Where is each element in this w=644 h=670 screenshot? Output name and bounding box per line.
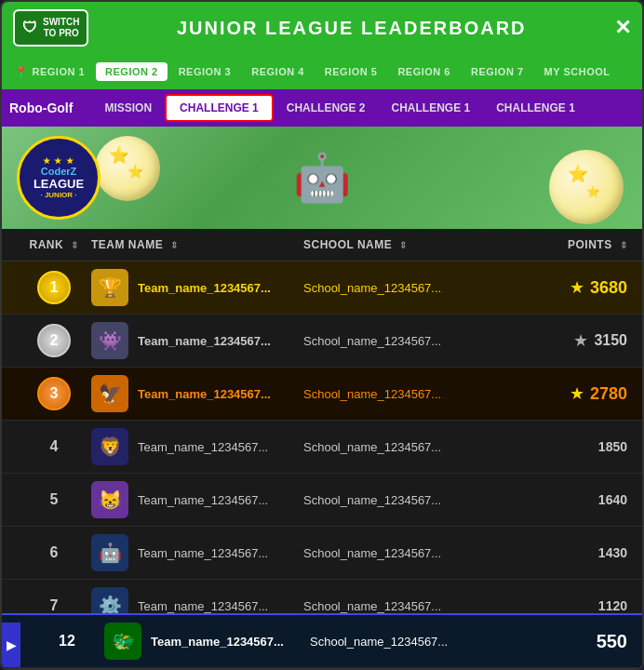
team-name: Team_name_1234567... bbox=[138, 334, 271, 348]
avatar: 🏆 bbox=[91, 269, 128, 306]
banner-ball-right: ⭐ ⭐ bbox=[549, 150, 624, 224]
team-cell: 👾 Team_name_1234567... bbox=[91, 322, 303, 359]
points-cell: 1430 bbox=[516, 545, 627, 560]
bronze-medal: 3 bbox=[37, 377, 71, 410]
close-button[interactable]: ✕ bbox=[614, 18, 631, 38]
avatar: 🦁 bbox=[91, 428, 128, 465]
table-body: 1 🏆 Team_name_1234567... School_name_123… bbox=[2, 261, 642, 613]
school-name: School_name_1234567... bbox=[303, 546, 441, 560]
points-cell: ★ 2780 bbox=[516, 383, 627, 404]
school-cell: School_name_1234567... bbox=[303, 332, 516, 349]
points-cell: ★ 3150 bbox=[516, 330, 627, 351]
my-team-name: Team_name_1234567... bbox=[151, 635, 284, 649]
tab-challenge1-b[interactable]: CHALLENGE 1 bbox=[378, 96, 483, 120]
region-tab-4[interactable]: REGION 4 bbox=[242, 62, 314, 81]
points-value: 3680 bbox=[590, 278, 627, 298]
region-tab-1[interactable]: 📍 REGION 1 bbox=[6, 62, 94, 82]
rank-number: 6 bbox=[50, 544, 59, 561]
tab-challenge1-active[interactable]: CHALLENGE 1 bbox=[165, 94, 274, 122]
logo-league: LEAGUE bbox=[34, 177, 84, 191]
my-school-cell: School_name_1234567... bbox=[310, 633, 516, 650]
points-value: 2780 bbox=[590, 384, 627, 404]
points-value: 1850 bbox=[598, 439, 627, 454]
school-name: School_name_1234567... bbox=[303, 387, 441, 401]
main-container: 🛡 SWITCH TO PRO JUNIOR LEAGUE LEADERBOAR… bbox=[0, 0, 644, 670]
avatar: 👾 bbox=[91, 322, 128, 359]
tab-challenge2[interactable]: CHALLENGE 2 bbox=[274, 96, 379, 120]
silver-medal: 2 bbox=[37, 324, 71, 357]
school-name: School_name_1234567... bbox=[303, 599, 441, 613]
rank-cell: 3 bbox=[17, 377, 91, 410]
team-cell: 🏆 Team_name_1234567... bbox=[91, 269, 303, 306]
team-name: Team_name_1234567... bbox=[138, 546, 268, 560]
points-value: 1640 bbox=[598, 492, 627, 507]
sort-icon-school: ⇕ bbox=[399, 240, 408, 250]
region-tab-myschool[interactable]: MY SCHOOL bbox=[535, 62, 620, 81]
th-school[interactable]: SCHOOL NAME ⇕ bbox=[303, 238, 516, 251]
team-name: Team_name_1234567... bbox=[138, 281, 271, 295]
table-row: 1 🏆 Team_name_1234567... School_name_123… bbox=[2, 261, 642, 315]
th-team[interactable]: TEAM NAME ⇕ bbox=[91, 238, 303, 251]
region-tab-2[interactable]: REGION 2 bbox=[96, 62, 168, 81]
th-points[interactable]: POINTS ⇕ bbox=[516, 238, 627, 251]
school-cell: School_name_1234567... bbox=[303, 597, 516, 613]
school-cell: School_name_1234567... bbox=[303, 491, 516, 508]
region-tab-5[interactable]: REGION 5 bbox=[315, 62, 387, 81]
banner-logo: ★ ★ ★ CoderZ LEAGUE · JUNIOR · bbox=[17, 136, 101, 220]
region-tab-3[interactable]: REGION 3 bbox=[169, 62, 241, 81]
team-name: Team_name_1234567... bbox=[138, 440, 268, 454]
page-title: JUNIOR LEAGUE LEADERBOARD bbox=[177, 18, 527, 39]
table-row: 7 ⚙️ Team_name_1234567... School_name_12… bbox=[2, 580, 642, 613]
points-value: 3150 bbox=[594, 332, 627, 349]
gold-medal: 1 bbox=[37, 271, 71, 304]
my-avatar: 🐲 bbox=[104, 623, 141, 660]
logo-codez: CoderZ bbox=[41, 166, 77, 177]
location-icon: 📍 bbox=[15, 66, 29, 78]
nav-arrow[interactable]: ▶ bbox=[2, 623, 20, 667]
banner: ⭐ ⭐ ★ ★ ★ CoderZ LEAGUE · JUNIOR · 🤖 ⭐ ⭐ bbox=[2, 127, 642, 229]
shield-icon: 🛡 bbox=[22, 19, 37, 36]
switch-to-pro-button[interactable]: 🛡 SWITCH TO PRO bbox=[13, 9, 88, 47]
rank-cell: 7 bbox=[17, 597, 91, 613]
medal-number: 1 bbox=[50, 279, 59, 296]
logo-junior: · JUNIOR · bbox=[40, 191, 76, 199]
table-header: RANK ⇕ TEAM NAME ⇕ SCHOOL NAME ⇕ POINTS … bbox=[2, 229, 642, 261]
my-school-name: School_name_1234567... bbox=[310, 635, 448, 649]
star-decor-4: ⭐ bbox=[586, 185, 600, 198]
team-cell: 🤖 Team_name_1234567... bbox=[91, 534, 303, 571]
rank-cell: 5 bbox=[17, 491, 91, 508]
game-title: Robo-Golf bbox=[9, 100, 84, 115]
region-tab-6[interactable]: REGION 6 bbox=[388, 62, 460, 81]
challenge-tabs: Robo-Golf MISSION CHALLENGE 1 CHALLENGE … bbox=[2, 89, 642, 127]
region-tab-7[interactable]: REGION 7 bbox=[462, 62, 533, 81]
sort-icon-points: ⇕ bbox=[620, 240, 628, 250]
team-name: Team_name_1234567... bbox=[138, 493, 268, 507]
banner-robot: 🤖 bbox=[293, 151, 351, 205]
table-row: 4 🦁 Team_name_1234567... School_name_123… bbox=[2, 421, 642, 474]
tab-mission[interactable]: MISSION bbox=[91, 96, 165, 120]
star-decor-3: ⭐ bbox=[568, 164, 588, 184]
rank-cell: 2 bbox=[17, 324, 91, 357]
rank-number: 5 bbox=[50, 491, 59, 508]
team-cell: 🦅 Team_name_1234567... bbox=[91, 375, 303, 412]
header: 🛡 SWITCH TO PRO JUNIOR LEAGUE LEADERBOAR… bbox=[2, 2, 642, 54]
school-cell: School_name_1234567... bbox=[303, 385, 516, 402]
sort-icon-team: ⇕ bbox=[170, 240, 179, 250]
th-rank[interactable]: RANK ⇕ bbox=[17, 238, 91, 251]
my-team-cell: 🐲 Team_name_1234567... bbox=[104, 623, 310, 660]
table-row: 2 👾 Team_name_1234567... School_name_123… bbox=[2, 315, 642, 368]
star-decor-2: ⭐ bbox=[127, 164, 143, 179]
table-row: 3 🦅 Team_name_1234567... School_name_123… bbox=[2, 368, 642, 421]
table-row: 6 🤖 Team_name_1234567... School_name_123… bbox=[2, 527, 642, 580]
medal-number: 2 bbox=[50, 332, 59, 349]
avatar: 🤖 bbox=[91, 534, 128, 571]
school-name: School_name_1234567... bbox=[303, 281, 441, 295]
tab-challenge1-c[interactable]: CHALLENGE 1 bbox=[483, 96, 588, 120]
team-cell: ⚙️ Team_name_1234567... bbox=[91, 587, 303, 613]
avatar: ⚙️ bbox=[91, 587, 128, 613]
avatar: 😸 bbox=[91, 481, 128, 518]
star-icon: ★ bbox=[570, 277, 584, 298]
switch-to-pro-label: SWITCH TO PRO bbox=[43, 17, 79, 39]
star-icon: ★ bbox=[573, 330, 588, 351]
my-points-value: 550 bbox=[597, 631, 627, 652]
